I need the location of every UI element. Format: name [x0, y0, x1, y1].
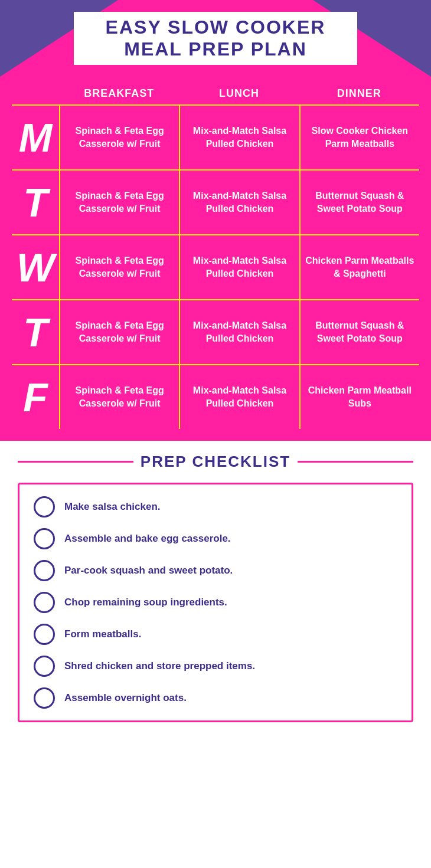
- breakfast-cell-0: Spinach & Feta Egg Casserole w/ Fruit: [59, 106, 179, 169]
- dinner-cell-4: Chicken Parm Meatball Subs: [299, 365, 419, 429]
- dinner-cell-2: Chicken Parm Meatballs & Spaghetti: [299, 235, 419, 299]
- checklist-item-0[interactable]: Make salsa chicken.: [34, 496, 397, 517]
- checklist-item-6[interactable]: Assemble overnight oats.: [34, 687, 397, 709]
- checklist-line-left: [18, 461, 133, 463]
- breakfast-cell-2: Spinach & Feta Egg Casserole w/ Fruit: [59, 235, 179, 299]
- day-row-0: M Spinach & Feta Egg Casserole w/ Fruit …: [12, 104, 419, 169]
- checklist-items-container: Make salsa chicken. Assemble and bake eg…: [34, 496, 397, 709]
- day-letter-cell-4: F: [12, 365, 59, 429]
- check-label-1: Assemble and bake egg casserole.: [64, 532, 231, 545]
- breakfast-cell-3: Spinach & Feta Egg Casserole w/ Fruit: [59, 300, 179, 364]
- checklist-item-3[interactable]: Chop remaining soup ingredients.: [34, 592, 397, 613]
- check-circle-4[interactable]: [34, 624, 55, 645]
- dinner-cell-1: Butternut Squash & Sweet Potato Soup: [299, 171, 419, 234]
- meal-plan-section: BREAKFAST LUNCH DINNER M Spinach & Feta …: [0, 77, 431, 441]
- check-circle-3[interactable]: [34, 592, 55, 613]
- day-row-1: T Spinach & Feta Egg Casserole w/ Fruit …: [12, 169, 419, 234]
- day-letter-cell-0: M: [12, 106, 59, 169]
- header-section: EASY SLOW COOKER MEAL PREP PLAN: [0, 0, 431, 77]
- day-row-2: W Spinach & Feta Egg Casserole w/ Fruit …: [12, 234, 419, 299]
- lunch-cell-3: Mix-and-Match Salsa Pulled Chicken: [179, 300, 299, 364]
- checklist-title-row: PREP CHECKLIST: [18, 453, 413, 471]
- day-row-3: T Spinach & Feta Egg Casserole w/ Fruit …: [12, 299, 419, 364]
- check-label-4: Form meatballs.: [64, 628, 141, 641]
- day-letter-cell-2: W: [12, 235, 59, 299]
- breakfast-cell-1: Spinach & Feta Egg Casserole w/ Fruit: [59, 171, 179, 234]
- check-label-0: Make salsa chicken.: [64, 500, 161, 513]
- dinner-col-header: DINNER: [299, 83, 419, 104]
- breakfast-col-header: BREAKFAST: [59, 83, 179, 104]
- day-letter-1: T: [23, 182, 48, 222]
- breakfast-cell-4: Spinach & Feta Egg Casserole w/ Fruit: [59, 365, 179, 429]
- day-letter-cell-3: T: [12, 300, 59, 364]
- check-circle-5[interactable]: [34, 656, 55, 677]
- day-letter-4: F: [23, 377, 48, 417]
- check-circle-1[interactable]: [34, 528, 55, 549]
- checklist-section: PREP CHECKLIST Make salsa chicken. Assem…: [0, 441, 431, 740]
- check-label-3: Chop remaining soup ingredients.: [64, 596, 227, 609]
- lunch-cell-2: Mix-and-Match Salsa Pulled Chicken: [179, 235, 299, 299]
- day-row-4: F Spinach & Feta Egg Casserole w/ Fruit …: [12, 364, 419, 429]
- lunch-cell-1: Mix-and-Match Salsa Pulled Chicken: [179, 171, 299, 234]
- header-title-line1: EASY SLOW COOKER: [88, 17, 343, 38]
- day-letter-2: W: [17, 247, 54, 287]
- lunch-cell-4: Mix-and-Match Salsa Pulled Chicken: [179, 365, 299, 429]
- check-circle-6[interactable]: [34, 687, 55, 709]
- lunch-col-header: LUNCH: [179, 83, 299, 104]
- day-letter-cell-1: T: [12, 171, 59, 234]
- checklist-title: PREP CHECKLIST: [141, 453, 290, 471]
- checklist-item-1[interactable]: Assemble and bake egg casserole.: [34, 528, 397, 549]
- check-label-2: Par-cook squash and sweet potato.: [64, 564, 233, 577]
- header-title-box: EASY SLOW COOKER MEAL PREP PLAN: [74, 12, 357, 65]
- check-label-5: Shred chicken and store prepped items.: [64, 660, 255, 673]
- checklist-line-right: [298, 461, 413, 463]
- checklist-item-5[interactable]: Shred chicken and store prepped items.: [34, 656, 397, 677]
- day-col-header: [12, 83, 59, 104]
- dinner-cell-0: Slow Cooker Chicken Parm Meatballs: [299, 106, 419, 169]
- check-circle-2[interactable]: [34, 560, 55, 581]
- day-letter-0: M: [19, 117, 53, 158]
- checklist-item-2[interactable]: Par-cook squash and sweet potato.: [34, 560, 397, 581]
- checklist-item-4[interactable]: Form meatballs.: [34, 624, 397, 645]
- header-title-line2: MEAL PREP PLAN: [88, 38, 343, 60]
- dinner-cell-3: Butternut Squash & Sweet Potato Soup: [299, 300, 419, 364]
- column-headers: BREAKFAST LUNCH DINNER: [12, 83, 419, 104]
- check-label-6: Assemble overnight oats.: [64, 692, 187, 705]
- day-letter-3: T: [23, 312, 48, 352]
- checklist-box: Make salsa chicken. Assemble and bake eg…: [18, 483, 413, 722]
- check-circle-0[interactable]: [34, 496, 55, 517]
- lunch-cell-0: Mix-and-Match Salsa Pulled Chicken: [179, 106, 299, 169]
- day-rows-container: M Spinach & Feta Egg Casserole w/ Fruit …: [12, 104, 419, 429]
